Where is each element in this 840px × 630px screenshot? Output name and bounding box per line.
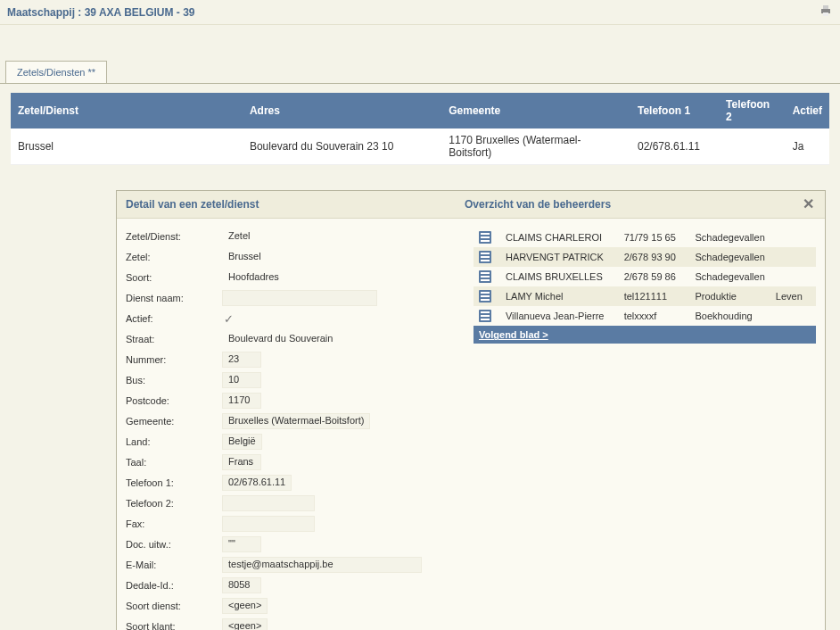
label-zetel: Zetel: bbox=[126, 252, 222, 262]
value-soort-dienst: <geen> bbox=[222, 598, 268, 614]
mgr-cat: Schadegevallen bbox=[690, 267, 770, 286]
list-icon bbox=[479, 270, 491, 283]
tab-content: Zetel/Dienst Adres Gemeente Telefoon 1 T… bbox=[0, 83, 840, 630]
table-header-row: Zetel/Dienst Adres Gemeente Telefoon 1 T… bbox=[11, 93, 829, 128]
mgr-cat: Schadegevallen bbox=[690, 247, 770, 267]
manager-row[interactable]: HARVENGT PATRICK 2/678 93 90 Schadegeval… bbox=[474, 247, 816, 267]
label-land: Land: bbox=[126, 436, 222, 447]
label-soort-klant: Soort klant: bbox=[126, 621, 222, 630]
print-icon[interactable] bbox=[819, 4, 833, 21]
cell-actief: Ja bbox=[786, 128, 829, 165]
value-zetel-dienst: Zetel bbox=[222, 228, 261, 245]
value-doc-uitw: "" bbox=[222, 536, 261, 552]
label-dedale: Dedale-Id.: bbox=[126, 580, 222, 591]
value-bus: 10 bbox=[222, 372, 261, 388]
mgr-extra bbox=[770, 228, 816, 247]
value-tel2 bbox=[222, 495, 315, 511]
manager-row[interactable]: CLAIMS BRUXELLES 2/678 59 86 Schadegeval… bbox=[474, 267, 816, 286]
list-icon bbox=[479, 231, 491, 244]
mgr-tel: 2/678 59 86 bbox=[619, 267, 690, 286]
mgr-name: CLAIMS BRUXELLES bbox=[500, 267, 619, 286]
list-icon bbox=[479, 251, 491, 263]
col-gemeente: Gemeente bbox=[441, 93, 630, 128]
detail-title-right: Overzicht van de beheerders bbox=[465, 198, 801, 211]
value-email: testje@maatschappij.be bbox=[222, 557, 422, 573]
detail-header: Detail van een zetel/dienst Overzicht va… bbox=[117, 191, 825, 219]
check-actief-icon: ✓ bbox=[222, 312, 234, 326]
cell-tel2 bbox=[719, 128, 786, 165]
label-tel1: Telefoon 1: bbox=[126, 477, 222, 488]
zetels-table: Zetel/Dienst Adres Gemeente Telefoon 1 T… bbox=[11, 93, 829, 165]
col-zetel: Zetel/Dienst bbox=[11, 93, 243, 128]
mgr-extra bbox=[770, 247, 816, 267]
label-soort: Soort: bbox=[126, 272, 222, 283]
mgr-extra bbox=[770, 267, 816, 286]
svg-rect-1 bbox=[823, 5, 828, 9]
value-dienst-naam bbox=[222, 290, 377, 306]
mgr-extra: Leven bbox=[770, 286, 816, 306]
mgr-name: HARVENGT PATRICK bbox=[500, 247, 619, 267]
label-actief: Actief: bbox=[126, 313, 222, 324]
manager-row[interactable]: Villanueva Jean-Pierre telxxxxf Boekhoud… bbox=[474, 306, 816, 326]
value-straat: Boulevard du Souverain bbox=[222, 331, 339, 347]
mgr-cat: Boekhouding bbox=[690, 306, 770, 326]
col-tel1: Telefoon 1 bbox=[630, 93, 719, 128]
managers-panel: CLAIMS CHARLEROI 71/79 15 65 Schadegeval… bbox=[474, 228, 816, 630]
label-dienst-naam: Dienst naam: bbox=[126, 293, 222, 303]
detail-fields: Zetel/Dienst: Zetel Zetel: Brussel Soort… bbox=[126, 228, 465, 630]
value-soort-klant: <geen> bbox=[222, 618, 268, 630]
mgr-cat: Schadegevallen bbox=[690, 228, 770, 247]
managers-table: CLAIMS CHARLEROI 71/79 15 65 Schadegeval… bbox=[474, 228, 816, 326]
next-page-link[interactable]: Volgend blad > bbox=[474, 326, 816, 344]
detail-panel: Detail van een zetel/dienst Overzicht va… bbox=[116, 190, 826, 630]
list-icon bbox=[479, 310, 491, 322]
mgr-tel: 71/79 15 65 bbox=[619, 228, 690, 247]
value-gemeente: Bruxelles (Watermael-Boitsfort) bbox=[222, 413, 370, 429]
tab-zetels-diensten[interactable]: Zetels/Diensten ** bbox=[5, 61, 107, 83]
value-taal: Frans bbox=[222, 454, 261, 470]
label-gemeente: Gemeente: bbox=[126, 416, 222, 427]
title-bar: Maatschappij : 39 AXA BELGIUM - 39 bbox=[0, 0, 840, 25]
value-soort: Hoofdadres bbox=[222, 269, 285, 286]
mgr-tel: 2/678 93 90 bbox=[619, 247, 690, 267]
value-tel1: 02/678.61.11 bbox=[222, 475, 292, 491]
value-postcode: 1170 bbox=[222, 393, 261, 409]
mgr-tel: telxxxxf bbox=[619, 306, 690, 326]
mgr-name: LAMY Michel bbox=[500, 286, 619, 306]
list-icon bbox=[479, 290, 491, 303]
value-zetel: Brussel bbox=[222, 249, 268, 265]
value-land: België bbox=[222, 434, 262, 450]
manager-row[interactable]: CLAIMS CHARLEROI 71/79 15 65 Schadegeval… bbox=[474, 228, 816, 247]
cell-gemeente: 1170 Bruxelles (Watermael-Boitsfort) bbox=[441, 128, 630, 165]
value-nummer: 23 bbox=[222, 352, 261, 368]
label-zetel-dienst: Zetel/Dienst: bbox=[126, 231, 222, 242]
col-actief: Actief bbox=[786, 93, 829, 128]
cell-adres: Boulevard du Souverain 23 10 bbox=[243, 128, 441, 165]
label-doc-uitw: Doc. uitw.: bbox=[126, 539, 222, 550]
label-postcode: Postcode: bbox=[126, 395, 222, 406]
page-title: Maatschappij : 39 AXA BELGIUM - 39 bbox=[7, 6, 195, 19]
tab-strip: Zetels/Diensten ** bbox=[0, 61, 840, 83]
label-straat: Straat: bbox=[126, 334, 222, 344]
close-icon[interactable]: ✕ bbox=[801, 198, 816, 211]
label-email: E-Mail: bbox=[126, 560, 222, 570]
value-fax bbox=[222, 516, 315, 532]
label-tel2: Telefoon 2: bbox=[126, 498, 222, 509]
value-dedale: 8058 bbox=[222, 577, 261, 593]
mgr-cat: Produktie bbox=[690, 286, 770, 306]
detail-title-left: Detail van een zetel/dienst bbox=[126, 198, 465, 211]
mgr-tel: tel121111 bbox=[619, 286, 690, 306]
mgr-name: Villanueva Jean-Pierre bbox=[500, 306, 619, 326]
table-row[interactable]: Brussel Boulevard du Souverain 23 10 117… bbox=[11, 128, 829, 165]
mgr-extra bbox=[770, 306, 816, 326]
col-adres: Adres bbox=[243, 93, 441, 128]
manager-row[interactable]: LAMY Michel tel121111 Produktie Leven bbox=[474, 286, 816, 306]
cell-zetel: Brussel bbox=[11, 128, 243, 165]
col-tel2: Telefoon 2 bbox=[719, 93, 786, 128]
label-nummer: Nummer: bbox=[126, 354, 222, 365]
mgr-name: CLAIMS CHARLEROI bbox=[500, 228, 619, 247]
label-soort-dienst: Soort dienst: bbox=[126, 601, 222, 611]
cell-tel1: 02/678.61.11 bbox=[630, 128, 719, 165]
label-taal: Taal: bbox=[126, 457, 222, 468]
svg-rect-2 bbox=[823, 12, 828, 16]
